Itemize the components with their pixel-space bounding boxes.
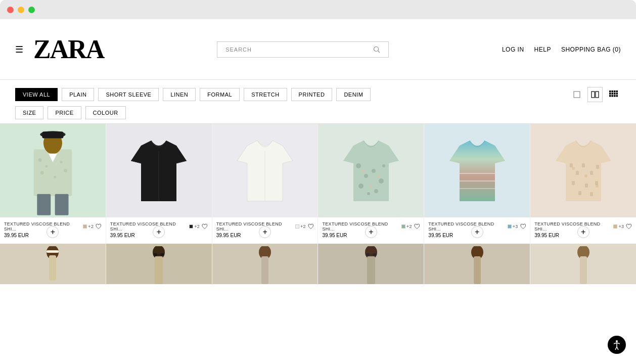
product-card-3[interactable]: + TEXTURED VISCOSE BLEND SHI... +2 39.95… [212, 124, 318, 243]
svg-rect-47 [576, 171, 579, 175]
filter-size[interactable]: SIZE [15, 106, 43, 119]
filter-row-1: VIEW ALL PLAIN SHORT SLEEVE LINEN FORMAL… [15, 87, 621, 102]
svg-rect-15 [614, 95, 616, 97]
model-figure-5 [460, 246, 495, 284]
svg-point-40 [362, 169, 365, 172]
add-to-bag-1[interactable]: + [47, 226, 59, 238]
add-to-bag-4[interactable]: + [365, 226, 377, 238]
product-grid: + TEXTURED VISCOSE BLEND SHI... +2 39.95… [0, 124, 636, 243]
svg-rect-9 [609, 93, 611, 95]
wishlist-icon-4[interactable] [414, 223, 420, 230]
filter-formal[interactable]: FORMAL [200, 88, 240, 101]
svg-point-41 [377, 174, 380, 177]
svg-rect-3 [592, 92, 595, 98]
svg-rect-28 [37, 194, 51, 215]
view-single-col[interactable] [569, 87, 584, 102]
model-figure-4 [353, 246, 389, 284]
add-to-bag-3[interactable]: + [259, 226, 271, 238]
product-card-1[interactable]: + TEXTURED VISCOSE BLEND SHI... +2 39.95… [0, 124, 106, 243]
login-link[interactable]: LOG IN [502, 46, 524, 53]
wishlist-icon-1[interactable] [96, 223, 102, 230]
svg-rect-63 [153, 253, 157, 256]
product-image-1 [0, 124, 106, 217]
view-controls [569, 87, 621, 102]
filter-denim[interactable]: DENIM [336, 88, 371, 101]
product-image-6 [530, 124, 636, 217]
filter-short-sleeve[interactable]: SHORT SLEEVE [98, 88, 159, 101]
svg-rect-61 [49, 255, 56, 281]
add-to-bag-2[interactable]: + [153, 226, 165, 238]
swatch-3a [295, 224, 299, 229]
svg-rect-60 [47, 250, 59, 253]
wishlist-icon-3[interactable] [308, 223, 314, 230]
model-card-1[interactable] [0, 244, 106, 284]
filter-linen[interactable]: LINEN [163, 88, 196, 101]
color-swatches-5: +3 [508, 224, 518, 229]
svg-point-78 [616, 340, 618, 342]
svg-point-37 [374, 189, 378, 193]
color-swatches-2: +2 [189, 224, 200, 229]
filter-buttons-row1: VIEW ALL PLAIN SHORT SLEEVE LINEN FORMAL… [15, 88, 371, 101]
product-card-2[interactable]: + TEXTURED VISCOSE BLEND SHI... +2 39.95… [106, 124, 212, 243]
svg-point-25 [60, 161, 63, 163]
svg-rect-8 [616, 90, 618, 93]
search-box[interactable]: SEARCH [217, 41, 389, 58]
svg-rect-14 [612, 95, 614, 97]
svg-rect-7 [614, 90, 616, 93]
model-card-3[interactable] [212, 244, 318, 284]
svg-rect-10 [612, 93, 614, 95]
svg-rect-6 [612, 90, 614, 93]
filter-plain[interactable]: PLAIN [62, 88, 94, 101]
product-image-3 [212, 124, 318, 217]
filter-printed[interactable]: PRINTED [291, 88, 333, 101]
color-swatches-1: +2 [83, 224, 94, 229]
product-card-5[interactable]: + TEXTURED VISCOSE BLEND SHI... +3 39.95… [424, 124, 530, 243]
swatch-1a [83, 224, 87, 229]
shopping-bag-link[interactable]: SHOPPING BAG (0) [561, 46, 621, 53]
add-to-bag-6[interactable]: + [577, 226, 589, 238]
hamburger-menu[interactable]: ☰ [15, 44, 23, 55]
product-image-2 [106, 124, 212, 217]
shirt-flat-6 [551, 135, 616, 206]
svg-point-27 [54, 176, 56, 178]
model-card-4[interactable] [318, 244, 424, 284]
maximize-dot[interactable] [28, 7, 35, 13]
filter-price[interactable]: PRICE [48, 106, 81, 119]
filter-stretch[interactable]: STRETCH [244, 88, 287, 101]
svg-rect-70 [366, 253, 370, 256]
svg-point-58 [596, 185, 599, 188]
view-four-col[interactable] [606, 87, 621, 102]
svg-rect-5 [609, 90, 611, 93]
model-card-5[interactable] [424, 244, 530, 284]
wishlist-icon-5[interactable] [520, 223, 526, 230]
filter-colour[interactable]: COLOUR [85, 106, 126, 119]
product-card-4[interactable]: + TEXTURED VISCOSE BLEND SHI... +2 39.95… [318, 124, 424, 243]
svg-rect-75 [474, 256, 481, 284]
svg-rect-50 [596, 165, 599, 169]
swatch-2a [189, 224, 193, 229]
minimize-dot[interactable] [18, 7, 24, 13]
wishlist-icon-6[interactable] [626, 223, 632, 230]
svg-rect-49 [590, 171, 593, 175]
shirt-flat-3 [232, 135, 298, 206]
product-card-6[interactable]: + TEXTURED VISCOSE BLEND SHI... +3 39.95… [530, 124, 636, 243]
shirt-flat-4 [338, 135, 404, 206]
svg-point-42 [370, 185, 373, 188]
shirt-model-1 [0, 124, 106, 217]
add-to-bag-5[interactable]: + [471, 226, 483, 238]
model-card-6[interactable] [530, 244, 636, 284]
close-dot[interactable] [7, 7, 14, 13]
svg-rect-12 [616, 93, 618, 95]
accessibility-button[interactable] [608, 336, 626, 354]
svg-rect-66 [155, 256, 163, 284]
two-col-icon [590, 90, 600, 99]
window-chrome [0, 0, 636, 19]
product-image-4 [318, 124, 424, 217]
svg-rect-68 [261, 256, 268, 284]
wishlist-icon-2[interactable] [202, 223, 208, 230]
help-link[interactable]: HELP [534, 46, 551, 53]
filter-view-all[interactable]: VIEW ALL [15, 88, 58, 101]
model-card-2[interactable] [106, 244, 212, 284]
logo[interactable]: ZARA [33, 36, 104, 63]
view-two-col[interactable] [587, 87, 603, 102]
